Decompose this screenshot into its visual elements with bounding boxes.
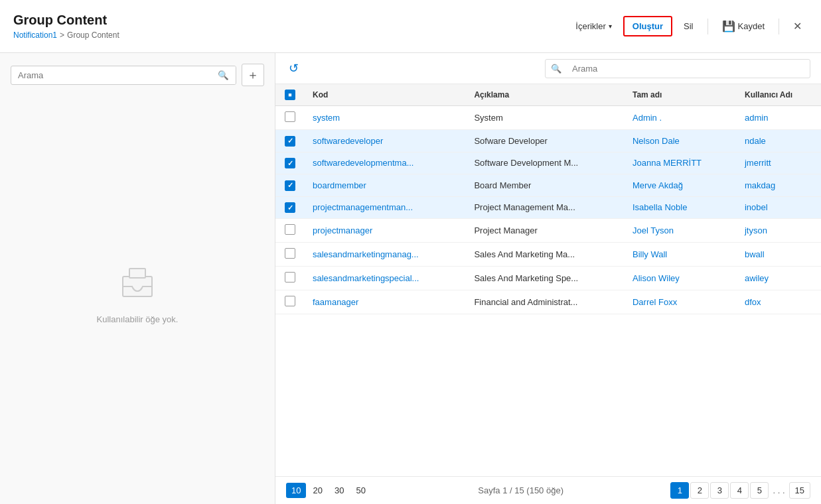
- page-nav: 1 2 3 4 5 . . . 15: [670, 482, 810, 499]
- page-5[interactable]: 5: [750, 482, 769, 499]
- fullname-link[interactable]: Joanna MERRİTT: [633, 158, 702, 168]
- fullname-link[interactable]: Admin .: [633, 113, 662, 123]
- code-link[interactable]: softwaredevelopmentma...: [313, 158, 413, 168]
- page-1[interactable]: 1: [670, 482, 689, 499]
- page-2[interactable]: 2: [690, 482, 709, 499]
- table-row: salesandmarketingspecial...Sales And Mar…: [275, 267, 821, 290]
- table-row: salesandmarketingmanag...Sales And Marke…: [275, 243, 821, 267]
- row-checkbox-cell: [275, 152, 305, 174]
- row-fullname: Merve Akdağ: [625, 174, 737, 197]
- col-code: Kod: [305, 84, 466, 106]
- row-code: projectmanager: [305, 219, 466, 243]
- row-username: awiley: [737, 267, 821, 290]
- row-checkbox[interactable]: [285, 180, 295, 191]
- kaydet-label: Kaydet: [738, 21, 765, 31]
- row-username: ndale: [737, 130, 821, 153]
- code-link[interactable]: projectmanager: [313, 225, 372, 235]
- refresh-button[interactable]: ↺: [286, 58, 301, 78]
- page-15[interactable]: 15: [789, 482, 810, 499]
- data-table: Kod Açıklama Tam adı Kullanıcı Adı syste…: [275, 84, 821, 314]
- row-description: Software Development M...: [466, 152, 625, 174]
- fullname-link[interactable]: Nelson Dale: [633, 136, 680, 146]
- row-checkbox-cell: [275, 267, 305, 290]
- row-description: Project Manager: [466, 219, 625, 243]
- code-link[interactable]: faamanager: [313, 297, 358, 307]
- page-size-20[interactable]: 20: [307, 483, 327, 498]
- select-all-checkbox[interactable]: [285, 90, 295, 100]
- empty-state: Kullanılabilir öğe yok.: [11, 94, 264, 493]
- username-value: inobel: [745, 202, 768, 212]
- row-description: System: [466, 106, 625, 130]
- icerikler-button[interactable]: İçerikler ▾: [567, 17, 621, 36]
- chevron-down-icon: ▾: [609, 23, 612, 30]
- row-checkbox-cell: [275, 130, 305, 153]
- olustur-button[interactable]: Oluştur: [623, 16, 672, 36]
- code-link[interactable]: boardmember: [313, 180, 366, 190]
- fullname-link[interactable]: Merve Akdağ: [633, 180, 683, 190]
- page-size-10[interactable]: 10: [286, 483, 306, 498]
- page-size-50[interactable]: 50: [350, 483, 370, 498]
- table-row: boardmemberBoard MemberMerve Akdağmakdag: [275, 174, 821, 197]
- fullname-link[interactable]: Billy Wall: [633, 249, 667, 259]
- close-button[interactable]: ✕: [784, 15, 810, 37]
- table-container: Kod Açıklama Tam adı Kullanıcı Adı syste…: [275, 84, 821, 476]
- code-link[interactable]: salesandmarketingmanag...: [313, 249, 419, 259]
- row-username: bwall: [737, 243, 821, 267]
- username-value: admin: [745, 113, 768, 123]
- search-icon: 🔍: [218, 70, 229, 80]
- header-checkbox-cell: [275, 84, 305, 106]
- row-checkbox[interactable]: [285, 296, 295, 306]
- col-username: Kullanıcı Adı: [737, 84, 821, 106]
- row-checkbox[interactable]: [285, 158, 295, 168]
- left-search-button[interactable]: 🔍: [211, 66, 236, 84]
- header-divider: [708, 19, 708, 34]
- row-description: Project Management Ma...: [466, 196, 625, 219]
- row-fullname: Joel Tyson: [625, 219, 737, 243]
- kaydet-button[interactable]: 💾 Kaydet: [713, 15, 773, 37]
- fullname-link[interactable]: Darrel Foxx: [633, 297, 677, 307]
- refresh-icon: ↺: [289, 61, 299, 76]
- row-checkbox[interactable]: [285, 136, 295, 147]
- row-checkbox[interactable]: [285, 272, 295, 283]
- row-checkbox-cell: [275, 196, 305, 219]
- code-link[interactable]: projectmanagementman...: [313, 202, 413, 212]
- row-description: Financial and Administrat...: [466, 290, 625, 314]
- row-checkbox-cell: [275, 174, 305, 197]
- left-search-input[interactable]: [11, 66, 211, 84]
- username-value: ndale: [745, 136, 766, 146]
- row-fullname: Joanna MERRİTT: [625, 152, 737, 174]
- row-description: Sales And Marketing Ma...: [466, 243, 625, 267]
- table-row: softwaredeveloperSofware DeveloperNelson…: [275, 130, 821, 153]
- page-3[interactable]: 3: [710, 482, 729, 499]
- svg-rect-1: [129, 269, 145, 278]
- row-code: faamanager: [305, 290, 466, 314]
- code-link[interactable]: salesandmarketingspecial...: [313, 273, 419, 283]
- page-size-30[interactable]: 30: [329, 483, 349, 498]
- page-size-selector: 10 20 30 50: [286, 483, 371, 498]
- code-link[interactable]: softwaredeveloper: [313, 136, 383, 146]
- row-checkbox[interactable]: [285, 224, 295, 235]
- username-value: awiley: [745, 273, 769, 283]
- breadcrumb-parent[interactable]: Notification1: [13, 31, 57, 40]
- page-4[interactable]: 4: [730, 482, 749, 499]
- row-checkbox[interactable]: [285, 111, 295, 122]
- row-description: Sales And Marketing Spe...: [466, 267, 625, 290]
- row-fullname: Billy Wall: [625, 243, 737, 267]
- fullname-link[interactable]: Joel Tyson: [633, 225, 674, 235]
- row-checkbox-cell: [275, 219, 305, 243]
- row-fullname: Admin .: [625, 106, 737, 130]
- row-checkbox-cell: [275, 106, 305, 130]
- add-button[interactable]: ＋: [242, 64, 264, 86]
- right-search-input[interactable]: [567, 60, 810, 78]
- pagination: 10 20 30 50 Sayfa 1 / 15 (150 öğe) 1 2 3…: [275, 476, 821, 504]
- code-link[interactable]: system: [313, 113, 340, 123]
- sil-button[interactable]: Sil: [675, 17, 702, 36]
- fullname-link[interactable]: Isabella Noble: [633, 202, 687, 212]
- breadcrumb-separator: >: [60, 31, 64, 40]
- row-checkbox[interactable]: [285, 202, 295, 213]
- page-info: Sayfa 1 / 15 (150 öğe): [371, 485, 671, 495]
- username-value: dfox: [745, 297, 761, 307]
- fullname-link[interactable]: Alison Wiley: [633, 273, 680, 283]
- row-checkbox[interactable]: [285, 248, 295, 259]
- sil-label: Sil: [684, 21, 693, 31]
